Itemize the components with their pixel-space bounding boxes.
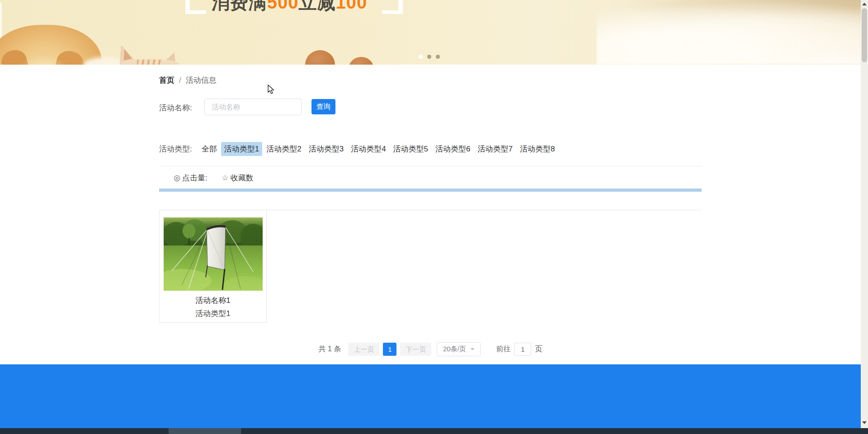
carousel-dot[interactable] [436,55,440,59]
activity-card-title: 活动名称1 [160,295,266,306]
sort-by-clicks[interactable]: ◎ 点击量: [174,173,208,183]
sort-by-favorites[interactable]: ☆ 收藏数 [222,173,254,183]
carousel-dot[interactable] [427,55,431,59]
activity-name-input[interactable] [204,99,302,115]
pomeranian-dog-image [0,25,102,65]
activity-name-label: 活动名称: [159,103,192,113]
type-option-all[interactable]: 全部 [198,142,220,156]
scrollbar-up-arrow-icon[interactable] [862,3,867,5]
page-1-button-active[interactable]: 1 [383,343,396,356]
pagination-total: 共 1 条 [319,344,341,354]
carousel-dots [419,55,440,59]
breadcrumb-current: 活动信息 [186,75,217,85]
type-option-3[interactable]: 活动类型3 [306,142,347,156]
prev-page-button-disabled[interactable]: 上一页 [348,343,379,356]
eye-bullseye-icon: ◎ [174,173,180,183]
activity-card-type: 活动类型1 [160,308,266,319]
chevron-down-icon [470,348,475,350]
type-option-1-active[interactable]: 活动类型1 [221,142,262,156]
type-option-2[interactable]: 活动类型2 [263,142,304,156]
paw-shape [349,57,373,65]
cat-stripes [137,60,162,65]
activity-thumbnail-image[interactable] [164,217,263,291]
goto-page-group: 前往 页 [496,343,542,356]
activity-card[interactable]: 活动名称1 活动类型1 [159,210,267,323]
promo-text-part: 消费满 [212,0,267,12]
pagination-bar: 共 1 条 上一页 1 下一页 20条/页 前往 页 [159,341,702,357]
breadcrumb-home-link[interactable]: 首页 [159,75,175,85]
next-page-button-disabled[interactable]: 下一页 [400,343,431,356]
activity-type-label: 活动类型: [159,144,192,154]
goto-unit-label: 页 [535,344,542,354]
scrollbar-thumb[interactable] [862,8,867,62]
promo-text-part: 500 [267,0,299,12]
type-option-5[interactable]: 活动类型5 [390,142,431,156]
star-outline-icon: ☆ [222,173,229,183]
scrollbar-down-arrow-icon[interactable] [862,421,867,424]
type-option-8[interactable]: 活动类型8 [517,142,558,156]
banner-carousel: 消费满500立减100 [0,0,868,65]
sort-active-underline [159,189,702,192]
white-fluffy-pet-image [597,0,868,65]
tabby-cat-image [115,42,188,65]
carousel-dot-active[interactable] [419,55,423,59]
breadcrumb-separator: / [179,76,181,85]
type-option-6[interactable]: 活动类型6 [432,142,473,156]
mouse-cursor [268,85,277,94]
promo-text-part: 100 [336,0,368,12]
promo-text-part: 立减 [299,0,336,12]
page-size-select[interactable]: 20条/页 [437,342,481,356]
activity-type-filter: 活动类型: 全部 活动类型1 活动类型2 活动类型3 活动类型4 活动类型5 活… [159,142,559,156]
favorites-sort-label: 收藏数 [231,173,254,183]
type-option-4[interactable]: 活动类型4 [348,142,389,156]
breadcrumb: 首页 / 活动信息 [159,75,217,85]
query-button[interactable]: 查询 [311,99,335,114]
page-size-value: 20条/页 [443,345,466,354]
paw-shape [305,50,335,65]
sort-section: ◎ 点击量: ☆ 收藏数 [159,166,702,183]
vertical-scrollbar[interactable] [861,0,868,428]
promo-banner-text: 消费满500立减100 [190,0,389,15]
clicks-sort-label: 点击量: [182,173,208,183]
type-option-7[interactable]: 活动类型7 [475,142,516,156]
goto-label: 前往 [496,344,510,354]
bottom-bar-segment [169,428,241,434]
bottom-dark-bar [0,428,868,434]
goto-page-input[interactable] [514,343,531,356]
footer-blue-band [0,364,868,428]
